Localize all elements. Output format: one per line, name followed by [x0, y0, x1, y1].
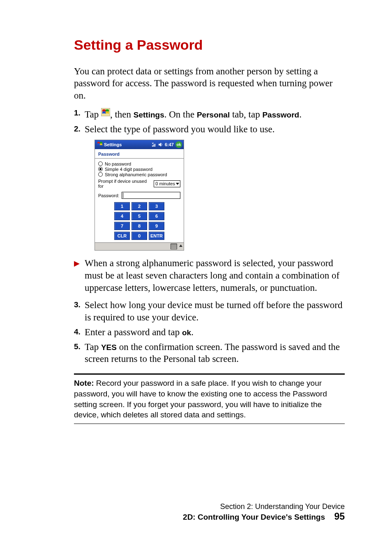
intro-paragraph: You can protect data or settings from an…	[74, 65, 345, 101]
bullet-icon: ▶	[74, 257, 85, 294]
radio-label: No password	[105, 161, 131, 166]
screen-title: Password	[95, 149, 184, 159]
radio-icon	[98, 172, 103, 177]
title-bar-text: Settings	[103, 142, 152, 147]
radio-label: Strong alphanumeric password	[105, 172, 167, 177]
prompt-timeout-select[interactable]: 0 minutes	[154, 180, 180, 187]
prompt-label: Prompt if device unused for	[98, 179, 151, 189]
start-icon[interactable]	[97, 141, 103, 148]
text: .	[191, 327, 194, 337]
radio-no-password[interactable]: No password	[98, 161, 180, 166]
numeric-keypad: 1 2 3 4 5 6 7 8 9 CLR 0 ENTR	[98, 202, 180, 240]
text: tab, tap	[230, 109, 262, 120]
radio-strong-alphanumeric[interactable]: Strong alphanumeric password	[98, 172, 180, 177]
footer-section: Section 2: Understanding Your Device	[183, 502, 345, 511]
step-number: 4.	[74, 326, 85, 339]
ok-button[interactable]: ok	[175, 141, 182, 148]
step-3: 3. Select how long your device must be t…	[74, 299, 345, 324]
bold-password: Password	[262, 111, 299, 119]
step-body: Select how long your device must be turn…	[85, 299, 345, 324]
key-3[interactable]: 3	[149, 202, 164, 210]
key-8[interactable]: 8	[131, 222, 147, 230]
password-input[interactable]	[122, 192, 180, 199]
step-2: 2. Select the type of password you would…	[74, 123, 345, 136]
text: Tap	[85, 342, 101, 352]
keyboard-icon[interactable]	[171, 244, 177, 249]
text: Enter a password and tap	[85, 327, 182, 337]
step-number: 5.	[74, 341, 85, 366]
radio-simple-4-digit[interactable]: Simple 4 digit password	[98, 167, 180, 172]
step-body: Tap , then Settings. On the Personal tab…	[85, 107, 302, 121]
key-entr[interactable]: ENTR	[149, 232, 164, 240]
step-body: Tap YES on the confirmation screen. The …	[85, 341, 345, 366]
radio-label: Simple 4 digit password	[105, 167, 152, 172]
key-4[interactable]: 4	[114, 212, 130, 220]
bold-personal: Personal	[197, 111, 230, 119]
step-4: 4. Enter a password and tap ok.	[74, 326, 345, 339]
bullet-text: When a strong alphanumeric password is s…	[85, 257, 345, 294]
key-5[interactable]: 5	[131, 212, 147, 220]
text: , then	[110, 109, 134, 120]
key-clr[interactable]: CLR	[114, 232, 130, 240]
step-number: 3.	[74, 299, 85, 324]
text: Tap	[85, 109, 101, 120]
page-footer: Section 2: Understanding Your Device 2D:…	[183, 502, 345, 522]
signal-icon	[152, 142, 157, 147]
step-number: 1.	[74, 107, 85, 121]
key-9[interactable]: 9	[149, 222, 164, 230]
sip-arrow-icon[interactable]	[179, 244, 182, 247]
step-body: Enter a password and tap ok.	[85, 326, 194, 339]
start-flag-icon	[101, 107, 110, 120]
sip-bar	[95, 242, 184, 250]
text: .	[299, 109, 302, 120]
screenshot-password-settings: Settings 6:47 ok Password No password Si…	[95, 140, 184, 251]
bold-yes: YES	[101, 343, 117, 352]
key-2[interactable]: 2	[131, 202, 147, 210]
bullet-strong-password: ▶ When a strong alphanumeric password is…	[74, 257, 345, 294]
title-bar: Settings 6:47 ok	[95, 140, 184, 149]
clock-time: 6:47	[165, 142, 174, 147]
key-7[interactable]: 7	[114, 222, 130, 230]
bold-ok: ok	[182, 328, 191, 337]
note-block: Note: Record your password in a safe pla…	[74, 375, 345, 424]
text: on the confirmation screen. The password…	[85, 342, 340, 364]
key-6[interactable]: 6	[149, 212, 164, 220]
page-number: 95	[334, 511, 345, 522]
volume-icon	[158, 142, 163, 147]
text: . On the	[164, 109, 197, 120]
password-field-label: Password:	[98, 193, 119, 198]
bold-settings: Settings	[134, 111, 164, 119]
footer-chapter: 2D: Controlling Your Device's Settings	[183, 513, 325, 521]
step-number: 2.	[74, 123, 85, 136]
note-rule-bottom	[74, 424, 345, 424]
radio-icon	[98, 167, 103, 171]
step-5: 5. Tap YES on the confirmation screen. T…	[74, 341, 345, 366]
step-1: 1. Tap , then Settings. On the Personal …	[74, 107, 345, 121]
note-text: Record your password in a safe place. If…	[74, 379, 327, 419]
step-body: Select the type of password you would li…	[85, 123, 274, 136]
radio-icon	[98, 161, 103, 166]
note-label: Note:	[74, 379, 94, 387]
key-0[interactable]: 0	[131, 232, 147, 240]
key-1[interactable]: 1	[114, 202, 130, 210]
page-heading: Setting a Password	[74, 37, 345, 53]
